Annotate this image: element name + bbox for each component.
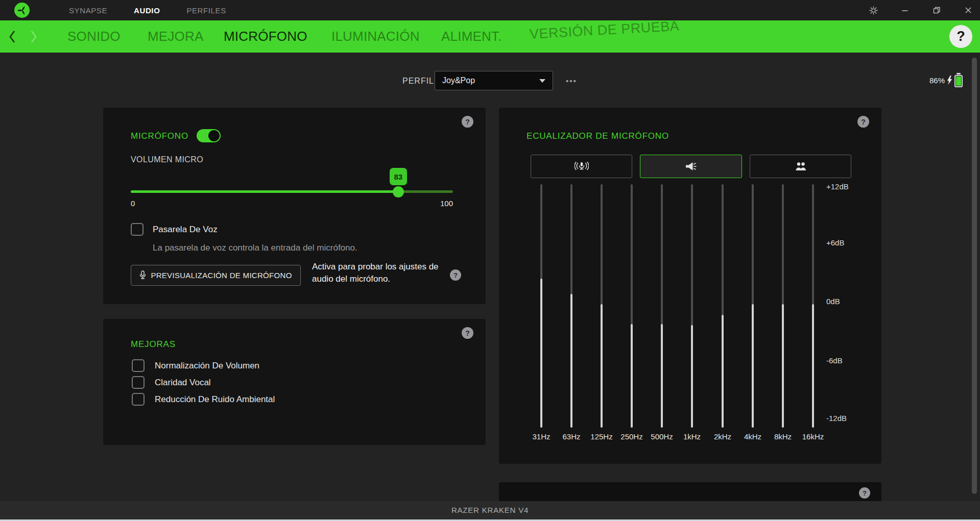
eq-band-16khz-slider[interactable] <box>812 184 814 428</box>
enhancements-options: Normalización De VolumenClaridad VocalRe… <box>132 359 275 406</box>
enhancement-row-claridad-vocal: Claridad Vocal <box>132 376 275 389</box>
mic-panel-title: MICRÓFONO <box>131 131 188 141</box>
eq-scale-12db: +12dB <box>826 182 849 191</box>
checkbox-reduccion-de-ruido-ambiental[interactable] <box>132 393 145 406</box>
razer-triskelion-icon <box>17 6 27 15</box>
slider-track[interactable] <box>131 190 453 193</box>
megaphone-icon <box>685 162 697 171</box>
eq-band-fill <box>540 279 542 428</box>
eq-band-125hz-slider[interactable] <box>601 184 603 428</box>
eq-band-fill <box>722 315 724 428</box>
device-navbar: SONIDOMEJORAMICRÓFONOILUMINACIÓNALIMENT.… <box>0 20 980 53</box>
gear-icon <box>869 6 878 15</box>
nav-forward-button[interactable] <box>26 20 42 53</box>
device-footer: RAZER KRAKEN V4 <box>0 501 980 521</box>
restore-icon <box>933 7 940 14</box>
profile-dropdown[interactable]: Joy&Pop <box>435 71 553 90</box>
mic-preview-button[interactable]: PREVISUALIZACIÓN DE MICRÓFONO <box>131 265 301 286</box>
profile-selected-value: Joy&Pop <box>442 76 539 85</box>
eq-band-31hz-slider[interactable] <box>540 184 542 428</box>
chevron-down-icon <box>539 79 545 83</box>
eq-band-fill <box>661 324 663 428</box>
eq-band-fill <box>782 304 784 428</box>
close-button[interactable] <box>952 0 980 20</box>
eq-band-2khz-slider[interactable] <box>722 184 724 428</box>
eq-scale-6db: -6dB <box>826 356 843 365</box>
voice-gate-description: La pasarela de voz controla la entrada d… <box>153 243 357 253</box>
enhancement-row-normalizacion-de-volumen: Normalización De Volumen <box>132 359 275 372</box>
voice-gate-label: Pasarela De Voz <box>153 225 218 235</box>
window-controls <box>857 0 980 20</box>
slider-value-bubble: 83 <box>390 168 407 185</box>
eq-mode-megaphone-button[interactable] <box>640 155 742 178</box>
eq-band-1khz-slider[interactable] <box>691 184 693 428</box>
eq-mode-broadcast-mic-button[interactable] <box>531 155 632 178</box>
slider-fill <box>131 190 398 193</box>
nav-back-button[interactable] <box>4 20 20 53</box>
voice-gate-row: Pasarela De Voz <box>131 223 218 236</box>
eq-band-500hz-slider[interactable] <box>661 184 663 428</box>
microphone-panel: ? MICRÓFONO VOLUMEN MICRO 83 0 100 Pasar… <box>103 108 486 304</box>
titlebar-menu: SYNAPSEAUDIOPERFILES <box>69 0 226 20</box>
settings-button[interactable] <box>857 0 889 20</box>
profile-more-button[interactable]: ••• <box>560 71 583 90</box>
checkbox-normalizacion-de-volumen[interactable] <box>132 359 145 372</box>
mic-panel-help-icon[interactable]: ? <box>462 116 473 128</box>
menu-item-synapse[interactable]: SYNAPSE <box>69 6 107 15</box>
voice-gate-checkbox[interactable] <box>131 223 144 236</box>
nav-tab-sonido[interactable]: SONIDO <box>67 20 121 53</box>
nav-tab-mejora[interactable]: MEJORA <box>148 20 204 53</box>
maximize-button[interactable] <box>921 0 952 20</box>
titlebar: SYNAPSEAUDIOPERFILES <box>0 0 980 20</box>
profile-label: PERFIL <box>377 77 434 86</box>
mic-volume-slider: 83 0 100 <box>131 168 453 210</box>
eq-band-fill <box>601 304 603 428</box>
checkbox-label: Claridad Vocal <box>155 378 211 388</box>
nav-tab-iluminacion[interactable]: ILUMINACIÓN <box>331 20 420 53</box>
toggle-knob <box>208 130 220 141</box>
eq-band-8khz-slider[interactable] <box>782 184 784 428</box>
scrollbar-thumb[interactable] <box>972 58 977 494</box>
microphone-icon <box>139 270 146 280</box>
eq-scale-12db: -12dB <box>826 414 847 423</box>
eq-mode-team-button[interactable] <box>750 155 851 178</box>
minimize-button[interactable] <box>889 0 921 20</box>
eq-band-250hz-slider[interactable] <box>631 184 633 428</box>
checkbox-label: Reducción De Ruido Ambiental <box>155 394 275 405</box>
equalizer-help-icon[interactable]: ? <box>857 116 869 128</box>
eq-band-4khz-slider[interactable] <box>752 184 754 428</box>
slider-min-label: 0 <box>131 199 135 208</box>
eq-scale-6db: +6dB <box>826 238 844 247</box>
eq-band-fill <box>631 324 633 428</box>
eq-scale-0db: 0dB <box>826 297 840 306</box>
enhancements-panel: ? MEJORAS Normalización De VolumenClarid… <box>103 319 486 445</box>
minimize-icon <box>901 7 909 14</box>
slider-thumb[interactable] <box>393 186 404 197</box>
next-section-help-icon[interactable]: ? <box>859 487 870 499</box>
eq-band-fill <box>691 325 693 428</box>
preview-help-icon[interactable]: ? <box>450 269 461 281</box>
battery-status: 86% <box>929 72 963 88</box>
menu-item-perfiles[interactable]: PERFILES <box>186 6 226 15</box>
help-button[interactable]: ? <box>949 25 972 48</box>
close-icon <box>965 7 972 14</box>
eq-band-16khz-label: 16kHz <box>795 432 831 441</box>
nav-tab-aliment[interactable]: ALIMENT. <box>441 20 502 53</box>
battery-percent: 86% <box>929 76 945 85</box>
mic-equalizer-panel: ? ECUALIZADOR DE MICRÓFONO 31Hz63Hz125Hz… <box>499 108 881 464</box>
microphone-toggle[interactable] <box>197 129 221 142</box>
menu-item-audio[interactable]: AUDIO <box>134 6 160 15</box>
chevron-left-icon <box>8 29 16 44</box>
nav-tab-microfono[interactable]: MICRÓFONO <box>224 20 307 53</box>
equalizer-title: ECUALIZADOR DE MICRÓFONO <box>527 131 669 141</box>
enhancements-help-icon[interactable]: ? <box>462 327 473 339</box>
enhancement-row-reduccion-de-ruido-ambiental: Reducción De Ruido Ambiental <box>132 393 275 406</box>
mic-volume-label: VOLUMEN MICRO <box>131 155 203 164</box>
mic-preview-hint: Activa para probar los ajustes de audio … <box>312 261 451 285</box>
charging-bolt-icon <box>947 76 952 85</box>
eq-band-63hz-slider[interactable] <box>570 184 572 428</box>
enhancements-title: MEJORAS <box>131 339 176 350</box>
checkbox-claridad-vocal[interactable] <box>132 376 145 389</box>
eq-band-fill <box>812 304 814 428</box>
razer-logo[interactable] <box>14 3 30 18</box>
